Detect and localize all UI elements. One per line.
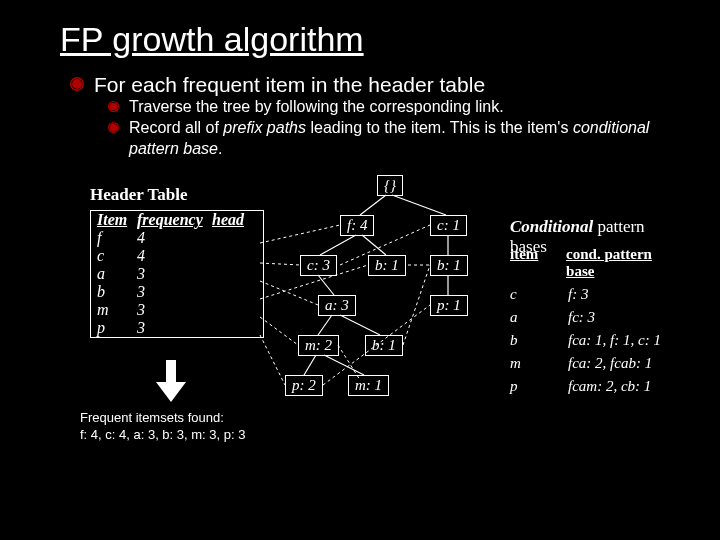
svg-line-7 <box>360 195 386 215</box>
header-table: Item frequency head f4 c4 a3 b3 m3 p3 <box>90 210 264 338</box>
svg-point-2 <box>110 103 118 111</box>
tree-node: f: 4 <box>340 215 374 236</box>
svg-line-19 <box>260 263 300 265</box>
tree-node: m: 2 <box>298 335 339 356</box>
tree-node: c: 1 <box>430 215 467 236</box>
bullet-icon <box>108 122 119 133</box>
tree-root: {} <box>377 175 403 196</box>
down-arrow-icon <box>156 360 186 406</box>
svg-line-22 <box>260 317 298 345</box>
svg-point-0 <box>72 79 82 89</box>
cpb-table: item cond. pattern base cf: 3 afc: 3 bfc… <box>510 243 680 398</box>
svg-line-20 <box>260 281 318 305</box>
svg-line-15 <box>340 315 380 335</box>
svg-line-18 <box>260 225 340 243</box>
tree-node: b: 1 <box>365 335 403 356</box>
bullet-icon <box>70 77 84 91</box>
bullet-icon <box>108 101 119 112</box>
svg-line-16 <box>304 355 316 375</box>
svg-line-12 <box>318 275 334 295</box>
svg-line-23 <box>260 335 285 385</box>
header-table-title: Header Table <box>90 185 187 205</box>
slide-title: FP growth algorithm <box>60 20 680 59</box>
tree-node: p: 2 <box>285 375 323 396</box>
tree-node: p: 1 <box>430 295 468 316</box>
tree-node: b: 1 <box>430 255 468 276</box>
diagram-area: Header Table Item frequency head f4 c4 a… <box>60 165 680 505</box>
svg-line-17 <box>324 355 364 375</box>
main-bullet: For each frequent item in the header tab… <box>94 73 485 97</box>
sub-bullet-1: Traverse the tree by following the corre… <box>129 97 504 118</box>
sub-bullet-2: Record all of prefix paths leading to th… <box>129 118 680 160</box>
svg-point-4 <box>110 123 118 131</box>
svg-line-26 <box>403 265 430 345</box>
svg-line-9 <box>320 235 356 255</box>
tree-node: b: 1 <box>368 255 406 276</box>
svg-line-10 <box>362 235 386 255</box>
svg-line-8 <box>392 195 446 215</box>
tree-node: m: 1 <box>348 375 389 396</box>
frequent-itemsets: Frequent itemsets found: f: 4, c: 4, a: … <box>80 410 245 444</box>
svg-marker-6 <box>156 360 186 402</box>
tree-node: c: 3 <box>300 255 337 276</box>
tree-node: a: 3 <box>318 295 356 316</box>
svg-line-14 <box>318 315 332 335</box>
